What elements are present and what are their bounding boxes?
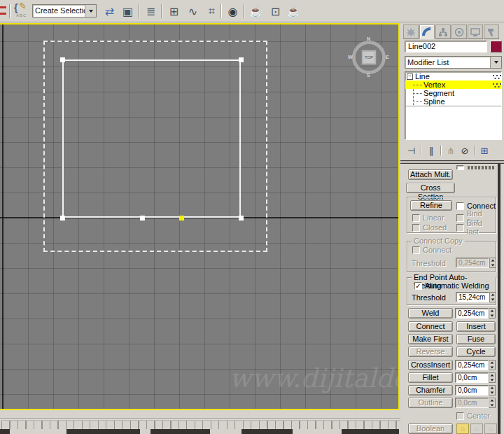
vertex-handle-selected[interactable] bbox=[179, 216, 184, 220]
make-first-button[interactable]: Make First bbox=[408, 334, 453, 344]
selection-set-value: Create Selection Se bbox=[33, 5, 85, 17]
spinner[interactable] bbox=[489, 372, 496, 383]
checkbox-checked[interactable]: ✓ bbox=[414, 282, 422, 290]
dropdown-arrow-icon[interactable] bbox=[85, 5, 96, 17]
insert-button[interactable]: Insert bbox=[456, 321, 496, 332]
vertex-handle[interactable] bbox=[239, 216, 244, 220]
toolbar-separator bbox=[243, 4, 244, 18]
show-end-result-icon[interactable]: ∥ bbox=[424, 146, 438, 156]
weld-threshold-field[interactable]: 0,254cm bbox=[455, 308, 489, 318]
collapse-icon[interactable]: − bbox=[407, 74, 413, 80]
command-panel: Line002 Modifier List − Line Vertex Segm… bbox=[400, 23, 504, 434]
material-editor-icon[interactable]: ◉ bbox=[224, 3, 241, 20]
cross-insert-field[interactable]: 0,254cm bbox=[455, 360, 489, 370]
tree-twig bbox=[413, 93, 422, 94]
vertex-handle[interactable] bbox=[239, 57, 244, 62]
tab-motion[interactable] bbox=[451, 24, 467, 39]
tab-utilities[interactable] bbox=[484, 24, 499, 39]
reorient-checkbox-clipped bbox=[456, 165, 464, 170]
viewcube-east[interactable]: E bbox=[386, 55, 389, 59]
dropdown-arrow-icon[interactable] bbox=[490, 57, 501, 68]
tab-hierarchy[interactable] bbox=[435, 24, 451, 39]
vertex-handle[interactable] bbox=[60, 57, 65, 62]
chamfer-button[interactable]: Chamfer bbox=[408, 385, 453, 396]
snaps-toggle-icon[interactable] bbox=[0, 6, 6, 15]
cycle-button[interactable]: Cycle bbox=[456, 346, 496, 357]
tab-display[interactable] bbox=[468, 24, 483, 39]
stack-item-segment[interactable]: Segment bbox=[405, 89, 501, 97]
boolean-subtract-icon: ◌ bbox=[470, 424, 483, 434]
threshold-label: Threshold bbox=[412, 293, 446, 302]
create-icon bbox=[406, 27, 416, 37]
connect-copy-group: Connect Copy Connect Threshold 0,254cm bbox=[407, 241, 496, 272]
connect-button[interactable]: Connect bbox=[408, 321, 453, 332]
center-checkbox: Center bbox=[456, 412, 490, 420]
timeline-ruler[interactable] bbox=[1, 420, 402, 429]
viewcube-top-face[interactable]: TOP bbox=[361, 50, 377, 65]
viewcube-north[interactable]: N bbox=[367, 36, 370, 41]
tab-create[interactable] bbox=[403, 24, 419, 39]
align-icon[interactable]: ▣ bbox=[119, 3, 136, 20]
track-bar bbox=[0, 410, 400, 434]
spinner bbox=[489, 258, 496, 268]
object-color-swatch[interactable] bbox=[490, 41, 502, 52]
attach-mult-button[interactable]: Attach Mult. bbox=[408, 169, 453, 180]
object-name-field[interactable]: Line002 bbox=[405, 41, 487, 52]
spinner[interactable] bbox=[489, 360, 496, 370]
boolean-union-icon[interactable]: ◌ bbox=[456, 424, 469, 434]
line-spline[interactable] bbox=[62, 59, 241, 218]
weld-button[interactable]: Weld bbox=[408, 308, 453, 318]
spinner bbox=[489, 398, 496, 408]
closed-checkbox: Closed bbox=[412, 223, 447, 232]
chamfer-field[interactable]: 0,0cm bbox=[455, 385, 489, 396]
threshold-label: Threshold bbox=[412, 259, 446, 267]
viewport-top[interactable]: N S W E TOP www.dijitalde bbox=[0, 23, 400, 410]
spinner[interactable] bbox=[489, 308, 496, 318]
fillet-button[interactable]: Fillet bbox=[408, 372, 453, 383]
layer-manager-icon[interactable]: ≣ bbox=[142, 3, 160, 20]
spinner[interactable] bbox=[489, 385, 496, 396]
configure-modifier-sets-icon[interactable]: ⊞ bbox=[477, 146, 491, 156]
stack-item-vertex[interactable]: Vertex bbox=[405, 80, 501, 89]
checkbox[interactable] bbox=[456, 202, 464, 210]
vertex-handle[interactable] bbox=[60, 216, 65, 220]
viewcube[interactable]: N S W E TOP bbox=[350, 38, 388, 76]
fillet-field[interactable]: 0,0cm bbox=[455, 372, 489, 383]
remove-modifier-icon[interactable]: ⊘ bbox=[458, 146, 472, 156]
status-field bbox=[241, 429, 293, 434]
reorient-label-clipped bbox=[468, 166, 494, 169]
utilities-icon bbox=[486, 27, 496, 37]
cross-section-button[interactable]: Cross Section bbox=[406, 183, 455, 193]
edit-named-selections-icon[interactable]: { ✎ ABC bbox=[14, 2, 31, 20]
pin-stack-icon[interactable]: ⊣ bbox=[405, 146, 419, 156]
curve-editor-icon[interactable]: ∿ bbox=[184, 3, 202, 20]
outline-field: 0,0cm bbox=[455, 398, 489, 408]
container-icon[interactable]: ⊞ bbox=[165, 3, 183, 20]
rendered-frame-icon[interactable]: ⊡ bbox=[267, 3, 284, 20]
modifier-list-dropdown[interactable]: Modifier List bbox=[405, 56, 502, 69]
viewcube-west[interactable]: W bbox=[348, 55, 353, 59]
refine-button[interactable]: Refine bbox=[410, 200, 452, 211]
bind-last-checkbox: Bind last bbox=[456, 223, 496, 232]
selection-set-dropdown[interactable]: Create Selection Se bbox=[32, 4, 97, 18]
display-icon bbox=[470, 27, 480, 37]
toolbar-separator bbox=[220, 4, 222, 18]
tab-modify[interactable] bbox=[419, 24, 435, 39]
tree-twig bbox=[413, 85, 422, 85]
fuse-button[interactable]: Fuse bbox=[456, 334, 496, 344]
spinner[interactable] bbox=[489, 292, 496, 302]
quick-render-icon[interactable]: ☕ bbox=[285, 3, 302, 20]
rollout-scrollbar[interactable] bbox=[498, 164, 500, 434]
automatic-welding-checkbox[interactable]: ✓ Automatic Welding bbox=[414, 281, 489, 290]
schematic-view-icon[interactable]: ⌗ bbox=[203, 3, 220, 20]
stack-item-line[interactable]: − Line bbox=[405, 72, 501, 80]
boolean-intersect-icon: ◌ bbox=[484, 424, 497, 434]
stack-item-spline[interactable]: Spline bbox=[405, 97, 501, 106]
cross-insert-button[interactable]: CrossInsert bbox=[408, 360, 453, 370]
vertex-handle[interactable] bbox=[140, 216, 145, 220]
status-field bbox=[150, 429, 210, 434]
mirror-icon[interactable]: ⇄ bbox=[101, 3, 118, 20]
viewcube-south[interactable]: S bbox=[367, 73, 370, 78]
render-setup-icon[interactable]: ☕ bbox=[247, 3, 265, 20]
auto-weld-threshold-field[interactable]: 15,24cm bbox=[456, 292, 489, 302]
